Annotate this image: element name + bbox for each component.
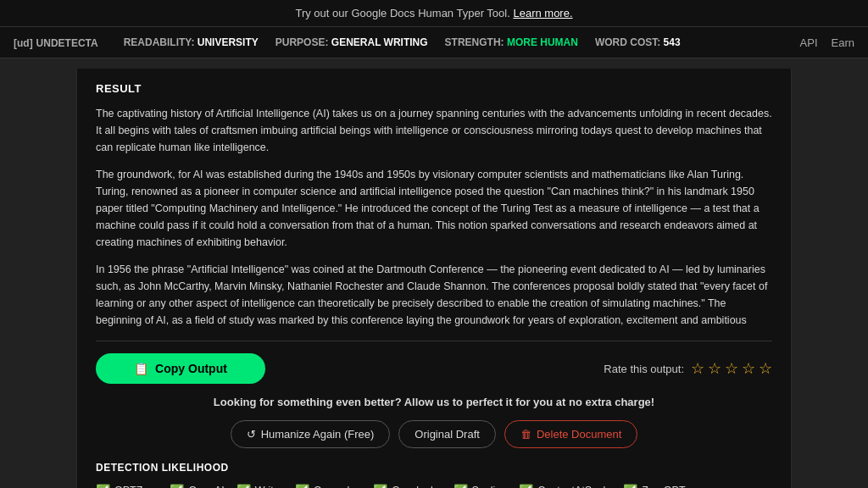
detector-zerogpt: ✅ ZeroGPT (623, 484, 685, 488)
stat-purpose: PURPOSE: GENERAL WRITING (275, 36, 428, 48)
check-copyleaks: ✅ (373, 484, 387, 488)
detector-crossplag: ✅ Crossplag (295, 484, 361, 488)
stat-strength: STRENGTH: MORE HUMAN (445, 36, 578, 48)
check-zerogpt: ✅ (623, 484, 637, 488)
divider-1 (96, 341, 772, 341)
star-2[interactable]: ☆ (708, 359, 721, 378)
detector-contentatscale-label: ContentAtScale (537, 485, 611, 488)
brand-subtext: UNDETECTA (36, 37, 98, 49)
stat-readability: READABILITY: UNIVERSITY (124, 36, 259, 48)
check-gptzero: ✅ (96, 484, 110, 488)
humanize-label: Humanize Again (Free) (261, 428, 375, 441)
detector-contentatscale: ✅ ContentAtScale (519, 484, 611, 488)
brand-text: [ud] (14, 37, 33, 49)
banner-link[interactable]: Learn more. (513, 7, 572, 19)
star-4[interactable]: ☆ (742, 359, 755, 378)
actions-row: 📋 Copy Output Rate this output: ☆ ☆ ☆ ☆ … (96, 353, 772, 384)
top-banner: Try out our Google Docs Human Typer Tool… (0, 0, 868, 27)
delete-icon: 🗑 (520, 428, 531, 441)
original-draft-button[interactable]: Original Draft (398, 420, 496, 448)
detector-openai: ✅ OpenAI (170, 484, 224, 488)
page-wrapper: Try out our Google Docs Human Typer Tool… (0, 0, 868, 488)
detector-writer-label: Writer (255, 485, 283, 488)
humanize-icon: ↺ (247, 428, 256, 441)
humanize-again-button[interactable]: ↺ Humanize Again (Free) (231, 420, 391, 448)
center-panel: RESULT The captivating history of Artifi… (76, 69, 792, 488)
check-crossplag: ✅ (295, 484, 309, 488)
header-nav: [ud] UNDETECTA READABILITY: UNIVERSITY P… (0, 27, 868, 58)
check-openai: ✅ (170, 484, 184, 488)
copy-icon: 📋 (134, 362, 148, 375)
nav-api[interactable]: API (800, 36, 818, 49)
star-5[interactable]: ☆ (759, 359, 772, 378)
result-para-2: The groundwork, for AI was established d… (96, 166, 772, 251)
detector-copyleaks: ✅ Copyleaks (373, 484, 441, 488)
result-label: RESULT (96, 82, 772, 95)
detector-gptzero: ✅ GPTZero (96, 484, 158, 488)
star-1[interactable]: ☆ (691, 359, 704, 378)
result-para-1: The captivating history of Artificial In… (96, 105, 772, 156)
detector-writer: ✅ Writer (236, 484, 283, 488)
original-draft-label: Original Draft (415, 428, 480, 441)
delete-document-button[interactable]: 🗑 Delete Document (504, 420, 637, 448)
detection-label: DETECTION LIKELIHOOD (96, 462, 772, 474)
copy-output-button[interactable]: 📋 Copy Output (96, 353, 265, 384)
rate-label: Rate this output: (604, 363, 684, 375)
check-writer: ✅ (236, 484, 251, 488)
detector-openai-label: OpenAI (188, 485, 224, 488)
rate-row: Rate this output: ☆ ☆ ☆ ☆ ☆ (604, 359, 772, 378)
delete-label: Delete Document (537, 428, 621, 441)
detector-crossplag-label: Crossplag (314, 485, 361, 488)
nav-right: API Earn (800, 36, 854, 49)
detector-gptzero-label: GPTZero (114, 485, 158, 488)
detector-copyleaks-label: Copyleaks (392, 485, 441, 488)
upsell-strong: Looking for something even better? Allow… (214, 396, 654, 408)
detector-sapling: ✅ Sapling (453, 484, 508, 488)
copy-label: Copy Output (155, 362, 227, 375)
stars-container: ☆ ☆ ☆ ☆ ☆ (691, 359, 772, 378)
upsell-text: Looking for something even better? Allow… (96, 396, 772, 408)
brand-logo: [ud] UNDETECTA (14, 36, 98, 49)
stat-wordcost: WORD COST: 543 (595, 36, 681, 48)
star-3[interactable]: ☆ (725, 359, 738, 378)
action-buttons-row: ↺ Humanize Again (Free) Original Draft 🗑… (96, 420, 772, 448)
banner-text: Try out our Google Docs Human Typer Tool… (295, 7, 509, 19)
detection-row: ✅ GPTZero ✅ OpenAI ✅ Writer ✅ Crossplag … (96, 484, 772, 488)
detector-sapling-label: Sapling (472, 485, 508, 488)
check-sapling: ✅ (453, 484, 468, 488)
check-contentatscale: ✅ (519, 484, 533, 488)
detector-zerogpt-label: ZeroGPT (642, 485, 685, 488)
nav-earn[interactable]: Earn (832, 36, 854, 49)
result-para-3: In 1956 the phrase "Artificial Intellige… (96, 261, 772, 329)
